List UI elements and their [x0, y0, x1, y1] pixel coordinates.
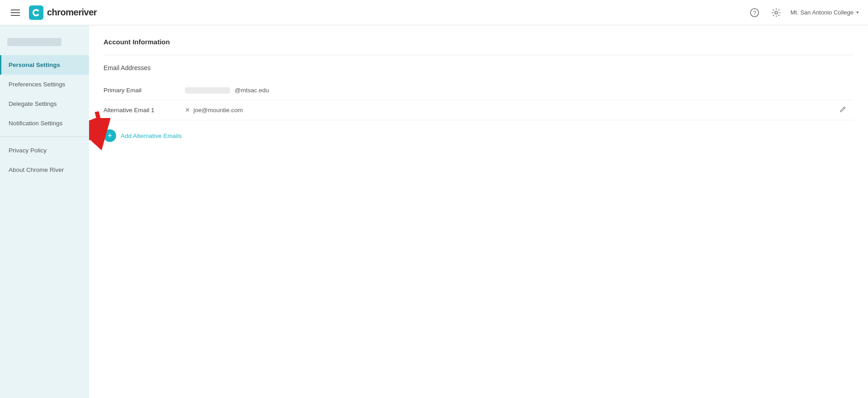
remove-alternative-email-button[interactable]: ✕	[185, 107, 190, 114]
red-arrow-annotation	[89, 118, 110, 168]
sidebar-item-notification-settings[interactable]: Notification Settings	[0, 114, 89, 133]
svg-rect-0	[29, 5, 43, 20]
edit-email-button[interactable]	[839, 106, 846, 115]
gear-icon	[772, 8, 781, 17]
content-inner: Account Information Email Addresses Prim…	[89, 25, 868, 398]
alternative-email-1-label: Alternative Email 1	[104, 107, 185, 114]
primary-email-blurred	[185, 87, 230, 94]
svg-line-6	[89, 125, 100, 159]
sidebar: Personal Settings Preferences Settings D…	[0, 25, 89, 398]
alternative-email-1-row: Alternative Email 1 ✕ joe@mountie.com	[104, 100, 854, 120]
add-alternative-email-row[interactable]: + Add Alternative Emails	[104, 120, 182, 151]
sidebar-divider	[0, 137, 89, 137]
section-title: Account Information	[104, 38, 854, 46]
user-menu[interactable]: Mt. San Antonio College ▾	[791, 9, 859, 16]
primary-email-value: @mtsac.edu	[185, 87, 269, 94]
logo-text: chromeriver	[47, 7, 97, 18]
sidebar-item-about-chrome-river[interactable]: About Chrome River	[0, 160, 89, 180]
add-alternative-email-button[interactable]: +	[104, 129, 116, 142]
sidebar-item-privacy-policy[interactable]: Privacy Policy	[0, 141, 89, 160]
sidebar-item-personal-settings[interactable]: Personal Settings	[0, 55, 89, 75]
sidebar-user-section	[0, 31, 89, 55]
header-left: chromeriver	[9, 5, 97, 20]
chevron-down-icon: ▾	[856, 9, 859, 15]
primary-email-label: Primary Email	[104, 87, 185, 94]
sidebar-item-preferences-settings[interactable]: Preferences Settings	[0, 75, 89, 94]
pencil-icon	[839, 106, 846, 113]
hamburger-menu[interactable]	[9, 8, 22, 18]
sidebar-item-delegate-settings[interactable]: Delegate Settings	[0, 94, 89, 114]
user-name: Mt. San Antonio College	[791, 9, 854, 16]
primary-email-row: Primary Email @mtsac.edu	[104, 81, 854, 100]
alternative-email-1-text: joe@mountie.com	[193, 107, 243, 114]
logo-area: chromeriver	[29, 5, 97, 20]
subsection-title: Email Addresses	[104, 64, 854, 71]
svg-point-3	[775, 11, 778, 14]
add-alternative-email-label: Add Alternative Emails	[121, 133, 182, 139]
header-right: ? Mt. San Antonio College ▾	[747, 5, 859, 20]
app-header: chromeriver ? Mt. San Antonio College ▾	[0, 0, 868, 25]
help-icon: ?	[750, 8, 759, 17]
main-layout: Personal Settings Preferences Settings D…	[0, 25, 868, 398]
alternative-email-1-value: ✕ joe@mountie.com	[185, 107, 243, 114]
sidebar-user-blurred	[7, 38, 61, 46]
help-button[interactable]: ?	[747, 5, 762, 20]
content-area: Account Information Email Addresses Prim…	[89, 25, 868, 398]
settings-button[interactable]	[769, 5, 783, 20]
svg-text:?: ?	[753, 10, 756, 16]
primary-email-domain: @mtsac.edu	[235, 87, 269, 94]
section-divider	[104, 55, 854, 55]
logo-icon	[29, 5, 43, 20]
